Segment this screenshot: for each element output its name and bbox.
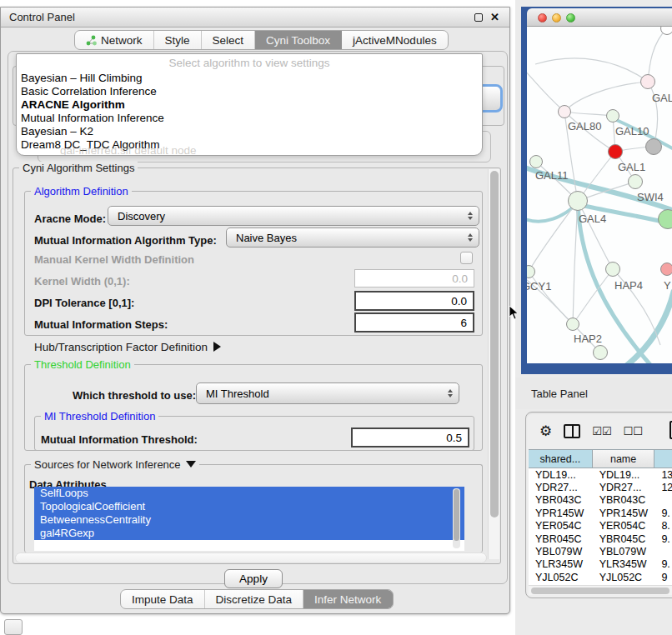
dropdown-item[interactable]: Basic Correlation Inference	[17, 85, 482, 98]
table-cell: 9.	[654, 558, 672, 571]
table-row[interactable]: YLR345WYLR345W9.	[529, 558, 672, 571]
tab-infer-network[interactable]: Infer Network	[303, 590, 393, 608]
attribute-item-selected[interactable]: BetweennessCentrality	[34, 513, 464, 527]
attribute-item-selected[interactable]: SelfLoops	[34, 487, 464, 500]
node-label: GAL4	[579, 212, 606, 225]
mi-steps-field[interactable]: 6	[354, 312, 474, 332]
mi-steps-label: Mutual Information Steps:	[34, 318, 168, 331]
table-cell: 9.	[654, 532, 672, 545]
network-node-gal[interactable]	[640, 74, 655, 89]
attribute-item-selected[interactable]: TopologicalCoefficient	[34, 500, 464, 513]
tab-style[interactable]: Style	[154, 31, 202, 49]
mi-type-combo[interactable]: Naive Bayes	[226, 228, 479, 248]
network-node-gal11[interactable]	[529, 155, 543, 168]
table-cell: YDL19...	[529, 468, 593, 481]
split-columns-icon[interactable]	[564, 424, 580, 438]
network-view-window: GALGAL80GAL10GAL1GAL11SWI4GAL4GCY1HAP4YH…	[521, 7, 672, 374]
tab-cyni-toolbox[interactable]: Cyni Toolbox	[255, 31, 342, 49]
mouse-cursor	[509, 305, 519, 320]
network-node[interactable]	[658, 209, 672, 229]
dropdown-item[interactable]: Bayesian – K2	[17, 125, 482, 138]
table-row[interactable]: YBL079WYBL079W	[529, 545, 672, 558]
network-node-gal80[interactable]	[558, 105, 571, 118]
which-threshold-label: Which threshold to use:	[73, 389, 196, 402]
zoom-traffic-light-icon[interactable]	[566, 13, 575, 22]
network-node-gal1[interactable]	[608, 144, 623, 159]
network-node-swi4[interactable]	[628, 174, 643, 189]
window-title: Control Panel	[9, 11, 75, 23]
float-window-icon[interactable]	[474, 13, 483, 22]
tab-select[interactable]: Select	[202, 31, 256, 49]
table-horizontal-scrollbar[interactable]	[529, 585, 672, 595]
close-traffic-light-icon[interactable]	[538, 13, 547, 22]
node-table: shared...name YDL19...YDL19...13YDR27...…	[529, 449, 672, 585]
network-window-titlebar[interactable]	[527, 8, 672, 27]
table-cell: YJL052C	[529, 571, 593, 583]
close-icon[interactable]: ✕	[490, 11, 499, 23]
tab-network[interactable]: Network	[75, 31, 154, 49]
mi-type-value: Naive Bayes	[236, 232, 297, 244]
collapsed-panel-handle[interactable]	[4, 619, 23, 635]
table-toolbar: ⚙ ☑☑ ☐☐	[526, 412, 672, 449]
stepper-arrows-icon	[448, 389, 453, 398]
apply-button[interactable]: Apply	[224, 569, 283, 588]
network-node-hap4[interactable]	[605, 262, 620, 277]
settings-horizontal-scrollbar[interactable]	[15, 552, 487, 563]
gear-icon[interactable]: ⚙	[539, 424, 552, 438]
network-canvas[interactable]: GALGAL80GAL10GAL1GAL11SWI4GAL4GCY1HAP4YH…	[527, 27, 672, 363]
dpi-tolerance-value: 0.0	[451, 295, 467, 308]
stepper-arrows-icon	[468, 233, 473, 242]
tab-impute-data[interactable]: Impute Data	[121, 590, 205, 608]
mi-threshold-field[interactable]: 0.5	[351, 428, 469, 448]
tab-discretize-data[interactable]: Discretize Data	[205, 590, 304, 608]
data-attributes-list[interactable]: SelfLoopsTopologicalCoefficientBetweenne…	[34, 487, 464, 551]
table-row[interactable]: YER054CYER054C8.	[529, 520, 672, 532]
attribute-item-selected[interactable]: gal4RGexp	[34, 527, 464, 540]
algorithm-dropdown-popup: Select algorithm to view settings Bayesi…	[16, 53, 483, 156]
kernel-width-label: Kernel Width (0,1):	[34, 275, 130, 288]
mi-threshold-label: Mutual Information Threshold:	[41, 433, 198, 446]
network-node[interactable]	[645, 138, 662, 155]
checked-boxes-icon[interactable]: ☑☑	[592, 425, 611, 438]
minimize-traffic-light-icon[interactable]	[552, 13, 561, 22]
column-header[interactable]: shared...	[529, 449, 593, 468]
kernel-width-field[interactable]: 0.0	[354, 269, 474, 288]
table-row[interactable]: YPR145WYPR145W9.	[529, 507, 672, 519]
column-header[interactable]	[654, 449, 672, 468]
dropdown-prompt: Select algorithm to view settings	[17, 54, 482, 72]
network-node-hap2[interactable]	[566, 318, 579, 331]
dropdown-item[interactable]: Bayesian – Hill Climbing	[17, 72, 482, 85]
dropdown-item[interactable]: ARACNE Algorithm	[17, 98, 482, 112]
node-label: Y	[664, 279, 671, 292]
aracne-mode-label: Aracne Mode:	[34, 212, 106, 225]
table-cell: YDL19...	[593, 468, 655, 481]
hub-definition-disclosure[interactable]: Hub/Transcription Factor Definition	[34, 341, 221, 353]
table-row[interactable]: YDL19...YDL19...13	[529, 468, 672, 481]
table-row[interactable]: YBR045CYBR045C9.	[529, 532, 672, 545]
table-row[interactable]: YJL052CYJL052C9	[529, 571, 672, 583]
hub-definition-label: Hub/Transcription Factor Definition	[34, 341, 208, 353]
unchecked-boxes-icon[interactable]: ☐☐	[624, 425, 643, 438]
table-cell: 9.	[654, 507, 672, 519]
network-node-y[interactable]	[660, 262, 672, 276]
sources-title: Sources for Network Inference	[31, 458, 199, 471]
node-label: HAP4	[614, 279, 643, 292]
table-cell: YBL079W	[593, 545, 655, 558]
tab-jactivemnodules[interactable]: jActiveMNodules	[342, 31, 448, 49]
which-threshold-combo[interactable]: MI Threshold	[196, 382, 459, 404]
attributes-scrollbar[interactable]	[453, 488, 460, 548]
network-node-gal4[interactable]	[568, 191, 588, 211]
control-panel-titlebar: Control Panel ✕	[1, 8, 509, 28]
column-header[interactable]: name	[593, 449, 655, 468]
aracne-mode-combo[interactable]: Discovery	[108, 206, 479, 226]
manual-kernel-checkbox[interactable]	[460, 252, 473, 264]
threshold-definition-title: Threshold Definition	[31, 358, 134, 371]
mi-threshold-value: 0.5	[446, 432, 462, 444]
network-node[interactable]	[593, 345, 608, 360]
network-node-gal10[interactable]	[606, 109, 619, 122]
dropdown-item[interactable]: Mutual Information Inference	[17, 112, 482, 125]
settings-vertical-scrollbar[interactable]	[488, 169, 499, 559]
table-row[interactable]: YBR043CYBR043C	[529, 494, 672, 507]
dpi-tolerance-field[interactable]: 0.0	[354, 291, 474, 311]
table-row[interactable]: YDR27...YDR27...12	[529, 481, 672, 493]
